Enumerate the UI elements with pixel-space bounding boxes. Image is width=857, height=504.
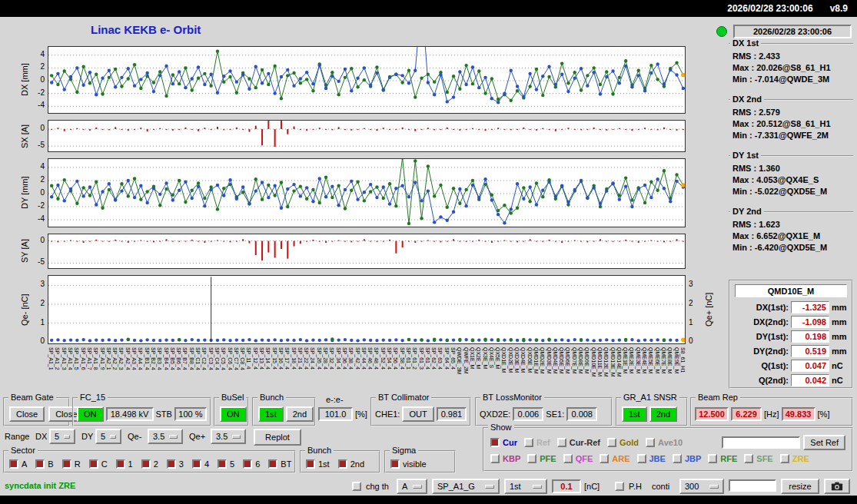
check-item-2: 2 [141, 459, 158, 469]
range-qep-select[interactable]: 3.5 [211, 429, 246, 444]
check-item-zre: ZRE [780, 454, 809, 463]
check-label-b: B [48, 459, 53, 469]
set-ref-button[interactable]: Set Ref [803, 435, 845, 450]
sector-label: Sector [8, 446, 38, 456]
check-label-5: 5 [230, 459, 234, 469]
ph-label: P.H [629, 482, 642, 491]
bunch-select[interactable]: 1st [504, 479, 547, 494]
bunch-2nd-button[interactable]: 2nd [286, 406, 314, 422]
check-label-rfe: RFE [720, 454, 737, 463]
gr-snsr-label: GR_A1 SNSR [621, 393, 679, 403]
busel-frame: BuSel ON [214, 397, 249, 426]
y-axis-title-sy: SY [A] [18, 234, 31, 269]
checkbox-6[interactable] [243, 459, 252, 469]
sector-select[interactable]: A [397, 479, 427, 494]
checkbox-sfe[interactable] [744, 454, 753, 463]
menu-indicator-icon [64, 435, 70, 439]
conti-count-select[interactable]: 300 [679, 479, 724, 494]
checkbox-pfe[interactable] [527, 454, 536, 463]
menu-indicator-icon [709, 485, 719, 489]
chart-sx [48, 120, 686, 152]
checkbox-5[interactable] [218, 459, 227, 469]
range-dy-select[interactable]: 5 [95, 429, 121, 444]
checkbox-r[interactable] [62, 459, 71, 469]
y-tick-label-right: 2 [689, 299, 703, 307]
check-item-are: ARE [600, 454, 629, 463]
check-item-ave10: Ave10 [646, 438, 683, 447]
menu-indicator-icon [413, 485, 422, 489]
replot-button[interactable]: Replot [254, 429, 301, 446]
sigma-frame: Sigma visible [384, 450, 456, 473]
checkbox-a[interactable] [9, 459, 18, 469]
checkbox-4[interactable] [192, 459, 201, 469]
bt-collimator-label: BT Collimator [376, 393, 431, 403]
checkbox-jbe[interactable] [637, 454, 646, 463]
checkbox-visible[interactable] [390, 459, 400, 469]
check-item-kbp: KBP [490, 454, 520, 463]
range-dy-label: DY [81, 432, 93, 441]
check-item-jbp: JBP [673, 454, 701, 463]
range-dx-select[interactable]: 5 [49, 429, 75, 444]
checkbox-3[interactable] [167, 459, 176, 469]
sigma-label: Sigma [390, 446, 418, 456]
range-qem-select[interactable]: 3.5 [148, 429, 183, 444]
checkbox-cur[interactable] [490, 438, 500, 447]
bunch-1st-button[interactable]: 1st [258, 406, 284, 422]
se1-value-display: 0.008 [566, 407, 597, 421]
check-item-bt: BT [268, 459, 291, 469]
checkbox-2[interactable] [141, 459, 151, 469]
checkbox-1st[interactable] [306, 459, 315, 469]
checkbox-b[interactable] [35, 459, 45, 469]
conti-input[interactable] [729, 479, 776, 492]
chg-th-checkbox[interactable] [352, 482, 361, 491]
checkbox-qfe[interactable] [563, 454, 573, 463]
fc15-label: FC_15 [78, 393, 108, 403]
ph-checkbox[interactable] [615, 482, 624, 491]
che1-out-button[interactable]: OUT [402, 406, 433, 422]
check-item-a: A [9, 459, 27, 469]
check-label-gold: Gold [619, 438, 639, 447]
set-ref-input[interactable] [722, 436, 800, 449]
checkbox-gold[interactable] [607, 438, 616, 447]
qxd2e-value-display: 0.006 [513, 407, 543, 421]
checkbox-1[interactable] [116, 459, 125, 469]
checkbox-bt[interactable] [268, 459, 277, 469]
check-item-r: R [62, 459, 81, 469]
check-label-1: 1 [128, 459, 133, 469]
gr-snsr-2nd-button[interactable]: 2nd [649, 406, 677, 422]
busel-on-button[interactable]: ON [220, 406, 247, 422]
range-dx-label: DX [35, 432, 47, 441]
bpm-select[interactable]: SP_A1_G [432, 479, 500, 494]
checkbox-c[interactable] [89, 459, 98, 469]
beam-gate-close-1-button[interactable]: Close [9, 406, 45, 422]
bunch-show-frame: Bunch 1st2nd [300, 450, 380, 473]
check-label-qfe: QFE [576, 454, 593, 463]
resize-button[interactable]: resize [781, 479, 819, 494]
check-item-3: 3 [167, 459, 184, 469]
chart-qe [48, 275, 686, 344]
check-label-4: 4 [204, 459, 209, 469]
checkbox-jbp[interactable] [673, 454, 682, 463]
chart-dy [48, 158, 686, 227]
gr-snsr-1st-button[interactable]: 1st [622, 406, 647, 422]
check-label-ref: Ref [536, 438, 550, 447]
fc15-percent-display: 100 % [174, 407, 207, 421]
screenshot-button[interactable] [824, 479, 850, 494]
checkbox-rfe[interactable] [708, 454, 717, 463]
checkbox-are[interactable] [600, 454, 609, 463]
checkbox-ref[interactable] [524, 438, 533, 447]
checkbox-zre[interactable] [780, 454, 789, 463]
check-item-b: B [35, 459, 53, 469]
check-label-kbp: KBP [503, 454, 520, 463]
checkbox-ave10[interactable] [646, 438, 655, 447]
check-label-jbp: JBP [685, 454, 701, 463]
beam-rep-pct-label: [%] [818, 410, 830, 419]
bt-lossmonitor-label: BT LossMonitor [480, 393, 544, 403]
checkbox-cur-ref[interactable] [557, 438, 566, 447]
sector-items: ABRC123456BT [5, 452, 294, 472]
checkbox-2nd[interactable] [338, 459, 347, 469]
beam-rep-v3-display: 49.833 [782, 407, 815, 421]
checkbox-kbp[interactable] [490, 454, 500, 463]
check-label-2nd: 2nd [350, 459, 364, 469]
fc15-on-button[interactable]: ON [77, 406, 104, 422]
